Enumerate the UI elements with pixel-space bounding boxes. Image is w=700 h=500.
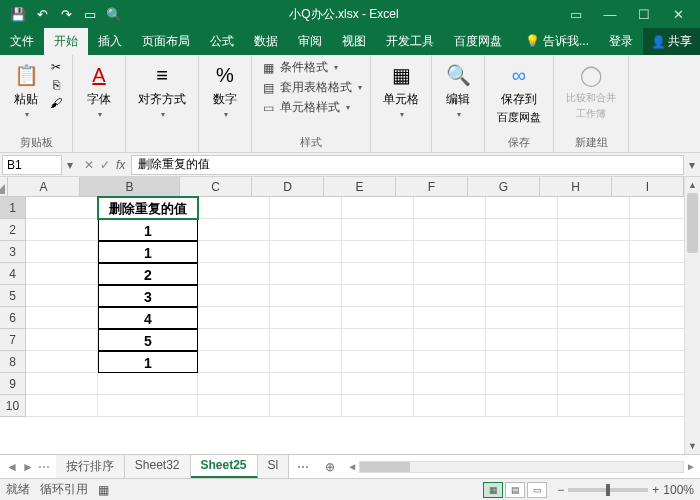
cell-E3[interactable] (342, 241, 414, 263)
cell-F8[interactable] (414, 351, 486, 373)
cell-F9[interactable] (414, 373, 486, 395)
cell-C4[interactable] (198, 263, 270, 285)
cell-H7[interactable] (558, 329, 630, 351)
cell-G4[interactable] (486, 263, 558, 285)
cell-E8[interactable] (342, 351, 414, 373)
cells-button[interactable]: ▦单元格▾ (379, 59, 423, 121)
col-header-E[interactable]: E (324, 177, 396, 197)
row-header-7[interactable]: 7 (0, 329, 26, 351)
tab-view[interactable]: 视图 (332, 28, 376, 55)
cut-icon[interactable]: ✂ (48, 59, 64, 75)
col-header-B[interactable]: B (80, 177, 180, 197)
cell-G6[interactable] (486, 307, 558, 329)
cell-G7[interactable] (486, 329, 558, 351)
cell-F4[interactable] (414, 263, 486, 285)
vertical-scrollbar[interactable]: ▲ ▼ (684, 177, 700, 454)
cond-format-button[interactable]: ▦条件格式▾ (260, 59, 338, 76)
sheet-tab-按行排序[interactable]: 按行排序 (56, 455, 125, 478)
tab-formula[interactable]: 公式 (200, 28, 244, 55)
minimize-icon[interactable]: — (600, 7, 620, 22)
cell-H3[interactable] (558, 241, 630, 263)
cell-I7[interactable] (630, 329, 684, 351)
cell-D9[interactable] (270, 373, 342, 395)
view-layout-button[interactable]: ▤ (505, 482, 525, 498)
sheet-nav-prev-icon[interactable]: ◄ (6, 460, 18, 474)
cell-G2[interactable] (486, 219, 558, 241)
font-button[interactable]: A字体▾ (81, 59, 117, 121)
cell-C5[interactable] (198, 285, 270, 307)
new-icon[interactable]: ▭ (82, 6, 98, 22)
row-header-8[interactable]: 8 (0, 351, 26, 373)
cancel-formula-icon[interactable]: ✕ (84, 158, 94, 172)
horizontal-scrollbar[interactable] (359, 461, 684, 473)
cell-H2[interactable] (558, 219, 630, 241)
baidu-save-button[interactable]: ∞保存到百度网盘 (493, 59, 545, 127)
cell-I9[interactable] (630, 373, 684, 395)
record-icon[interactable]: ▦ (98, 483, 109, 497)
cell-H10[interactable] (558, 395, 630, 417)
cell-A9[interactable] (26, 373, 98, 395)
cell-I3[interactable] (630, 241, 684, 263)
fx-icon[interactable]: fx (116, 158, 125, 172)
brush-icon[interactable]: 🖌 (48, 95, 64, 111)
sheet-tab-Sheet25[interactable]: Sheet25 (191, 455, 258, 478)
cell-B2[interactable]: 1 (98, 219, 198, 241)
row-header-5[interactable]: 5 (0, 285, 26, 307)
row-header-4[interactable]: 4 (0, 263, 26, 285)
cell-F5[interactable] (414, 285, 486, 307)
cell-B6[interactable]: 4 (98, 307, 198, 329)
scroll-down-icon[interactable]: ▼ (685, 438, 700, 454)
compare-merge-button[interactable]: ◯比较和合并工作簿 (562, 59, 620, 123)
hscroll-thumb[interactable] (360, 462, 410, 472)
cell-I2[interactable] (630, 219, 684, 241)
col-header-H[interactable]: H (540, 177, 612, 197)
paste-button[interactable]: 📋 粘贴▾ (8, 59, 44, 121)
add-sheet-button[interactable]: ⊕ (317, 460, 343, 474)
formula-expand[interactable]: ▾ (684, 158, 700, 172)
tab-baidu[interactable]: 百度网盘 (444, 28, 512, 55)
undo-icon[interactable]: ↶ (34, 6, 50, 22)
cell-H8[interactable] (558, 351, 630, 373)
preview-icon[interactable]: 🔍 (106, 6, 122, 22)
tab-dev[interactable]: 开发工具 (376, 28, 444, 55)
cell-D7[interactable] (270, 329, 342, 351)
cell-C7[interactable] (198, 329, 270, 351)
cell-D10[interactable] (270, 395, 342, 417)
cell-A4[interactable] (26, 263, 98, 285)
cell-D2[interactable] (270, 219, 342, 241)
zoom-out-button[interactable]: − (557, 483, 564, 497)
sheet-tab-Sheet32[interactable]: Sheet32 (125, 455, 191, 478)
close-icon[interactable]: ✕ (668, 7, 688, 22)
cell-E1[interactable] (342, 197, 414, 219)
col-header-A[interactable]: A (8, 177, 80, 197)
view-break-button[interactable]: ▭ (527, 482, 547, 498)
cell-D5[interactable] (270, 285, 342, 307)
cell-E10[interactable] (342, 395, 414, 417)
cell-F1[interactable] (414, 197, 486, 219)
cell-I4[interactable] (630, 263, 684, 285)
login-link[interactable]: 登录 (599, 28, 643, 55)
cell-B7[interactable]: 5 (98, 329, 198, 351)
sheet-nav-more-icon[interactable]: ⋯ (38, 460, 50, 474)
cell-C1[interactable] (198, 197, 270, 219)
cell-A5[interactable] (26, 285, 98, 307)
cell-G9[interactable] (486, 373, 558, 395)
cell-F3[interactable] (414, 241, 486, 263)
tab-review[interactable]: 审阅 (288, 28, 332, 55)
cell-B1[interactable]: 删除重复的值 (98, 197, 198, 219)
table-format-button[interactable]: ▤套用表格格式▾ (260, 79, 362, 96)
hscroll-left-icon[interactable]: ◄ (347, 461, 357, 472)
ribbon-opts-icon[interactable]: ▭ (566, 7, 586, 22)
col-header-D[interactable]: D (252, 177, 324, 197)
hscroll-right-icon[interactable]: ► (686, 461, 696, 472)
tab-data[interactable]: 数据 (244, 28, 288, 55)
select-all-corner[interactable] (0, 177, 8, 197)
cell-E2[interactable] (342, 219, 414, 241)
cell-H5[interactable] (558, 285, 630, 307)
cell-I10[interactable] (630, 395, 684, 417)
cell-F7[interactable] (414, 329, 486, 351)
maximize-icon[interactable]: ☐ (634, 7, 654, 22)
cell-D6[interactable] (270, 307, 342, 329)
cell-C9[interactable] (198, 373, 270, 395)
cell-E5[interactable] (342, 285, 414, 307)
